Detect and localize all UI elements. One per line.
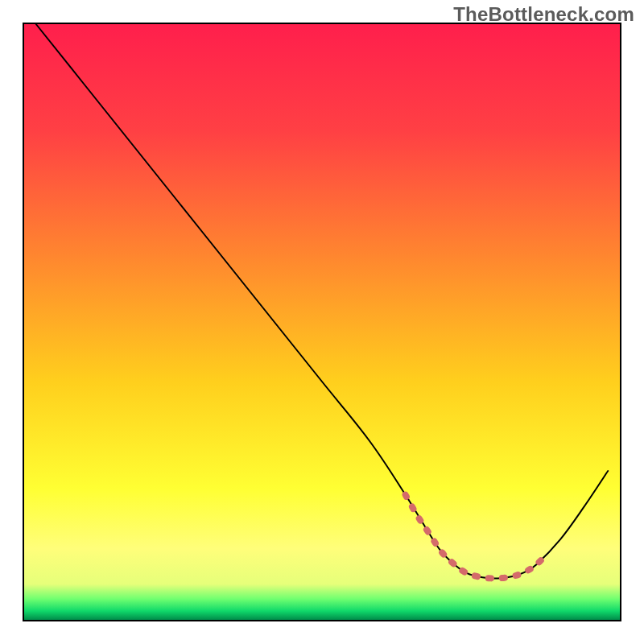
gradient-background xyxy=(24,24,620,620)
watermark-text: TheBottleneck.com xyxy=(453,3,634,26)
chart-stage: TheBottleneck.com xyxy=(0,0,644,644)
bottleneck-chart xyxy=(0,0,644,644)
